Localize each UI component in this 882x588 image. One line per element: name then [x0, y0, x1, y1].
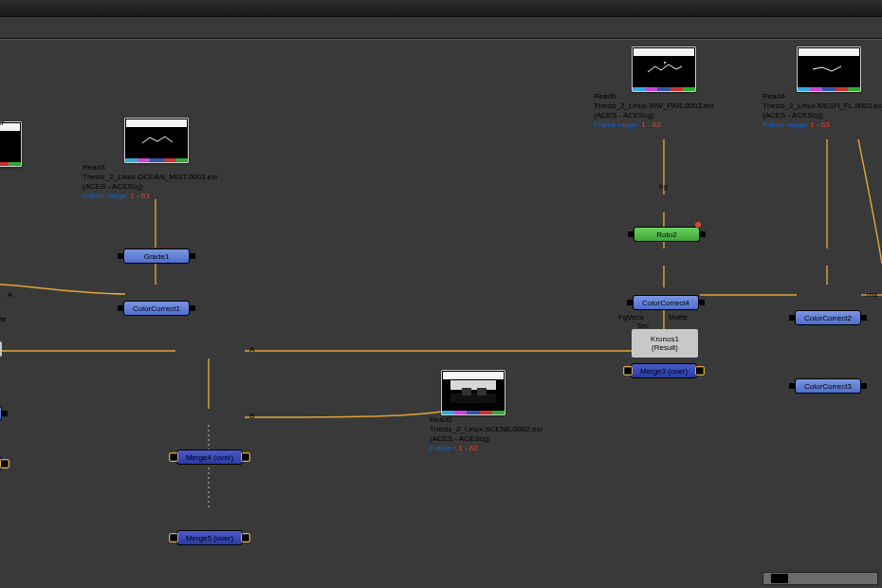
channel-color-bar: [442, 411, 505, 414]
node-label: Kronos1: [651, 335, 679, 343]
port-right[interactable]: [2, 461, 8, 467]
node-label: ColorCorrect1: [133, 304, 180, 313]
merge5-node[interactable]: Merge5 (over): [176, 530, 243, 545]
read-node-read3[interactable]: Read3 Thesis_2_Linux.OCEAN_MIST.0003.exr…: [124, 118, 189, 163]
colorcorrect3-node[interactable]: ColorCorrect3: [795, 378, 861, 394]
port-label-right: ma: [867, 290, 877, 299]
read-frame-range: 1 - 62: [458, 444, 477, 452]
port-left[interactable]: [118, 253, 123, 259]
read-frame-label: Frame range:: [763, 120, 808, 129]
port-left[interactable]: [171, 535, 176, 541]
port-right[interactable]: [243, 454, 248, 460]
grade1-node[interactable]: Grade1: [123, 248, 190, 264]
node-indicator-icon: [695, 222, 701, 228]
read-thumbnail[interactable]: [797, 46, 861, 92]
read-name: Read6: [594, 92, 714, 101]
read-label-block: Read4 Thesis_2_Linux.MESH_FL.0003.exr (A…: [763, 92, 882, 130]
roto2-node[interactable]: Roto2: [634, 227, 700, 242]
channel-color-bar: [0, 162, 21, 166]
node-label: Merge4 (over): [186, 453, 233, 462]
svg-point-0: [664, 62, 666, 64]
channel-color-bar: [798, 87, 860, 91]
port-right[interactable]: [190, 253, 195, 259]
node-label: ColorCorrect3: [804, 382, 852, 391]
read-name: Read2: [430, 415, 542, 425]
svg-rect-1: [450, 380, 496, 390]
read-label-block: Read2 Thesis_2_Linux.SCENE.0062.exr (ACE…: [430, 415, 542, 453]
port-left[interactable]: [627, 300, 633, 305]
port-left[interactable]: [171, 454, 176, 460]
read-label-block: Thesis_2_Linux.0072.exr: [0, 119, 4, 128]
read-thumbnail[interactable]: [0, 121, 22, 167]
port-right[interactable]: [861, 383, 867, 389]
port-right[interactable]: [243, 535, 248, 541]
merge4-node[interactable]: Merge4 (over): [176, 450, 243, 465]
kronos-matte-port-label: Matte: [669, 313, 688, 322]
merge3-node[interactable]: Merge3 (over): [631, 363, 697, 378]
colorcorrect1-node[interactable]: ColorCorrect1: [123, 301, 190, 316]
node-label: ColorCorrect2: [804, 314, 852, 322]
node-label: Grade1: [144, 252, 170, 261]
read-frame-label: Frame r: [430, 444, 456, 452]
read-thumbnail[interactable]: [632, 46, 696, 92]
node-label: Roto2: [656, 230, 676, 239]
read-colorspace: (ACES - ACEScg): [430, 434, 542, 444]
read-name: Read3: [83, 163, 218, 173]
read-frame-range: 1 - 63: [130, 192, 149, 200]
read-frame-label: Frame range:: [83, 192, 128, 200]
read-label-block: Read6 Thesis_2_Linux.WW_PAR.0003.exr (AC…: [594, 92, 714, 130]
port-right[interactable]: [2, 411, 8, 416]
kronos-fgvecs-port-label: FgVecs: [618, 313, 644, 322]
channel-color-bar: [633, 87, 695, 91]
node-graph[interactable]: Thesis_2_Linux.0072.exr Read3 Thesis_2_L…: [0, 0, 882, 588]
partial-node-left-3[interactable]: [0, 341, 2, 357]
node-label: Merge5 (over): [186, 534, 233, 542]
read-filename: Thesis_2_Linux.WW_PAR.0003.exr: [594, 101, 714, 111]
merge4-a-port-label: A: [249, 345, 254, 354]
read-colorspace: (ACES - ACEScg): [83, 182, 218, 192]
partial-node-left-2[interactable]: [0, 456, 2, 471]
kronos-src-port-label: Src: [637, 322, 649, 330]
port-right[interactable]: [699, 300, 705, 305]
svg-rect-3: [462, 388, 471, 395]
read-thumbnail[interactable]: [441, 370, 505, 415]
kronos1-node[interactable]: Kronos1 (Result): [632, 329, 698, 358]
svg-rect-2: [450, 394, 496, 403]
svg-rect-4: [477, 388, 487, 395]
roto-bg-port-label: bg: [659, 182, 668, 191]
partial-a-port-label: A: [8, 290, 12, 299]
read-filename: Thesis_2_Linux.0072.exr: [0, 119, 4, 127]
read-frame-range: 1 - 63: [810, 120, 829, 129]
port-right[interactable]: [190, 305, 195, 311]
read-filename: Thesis_2_Linux.OCEAN_MIST.0003.exr: [83, 173, 218, 182]
partial-te-label: te: [0, 315, 7, 323]
minimap-thumb-icon: [771, 574, 788, 583]
read-node-read4[interactable]: Read4 Thesis_2_Linux.MESH_FL.0003.exr (A…: [797, 46, 861, 92]
read-frame-label: Frame range:: [594, 120, 639, 129]
read-label-block: Read3 Thesis_2_Linux.OCEAN_MIST.0003.exr…: [83, 163, 218, 201]
colorcorrect2-node[interactable]: ColorCorrect2: [795, 310, 861, 325]
read-node-scene[interactable]: Read2 Thesis_2_Linux.SCENE.0062.exr (ACE…: [441, 370, 505, 415]
read-colorspace: (ACES - ACEScg): [763, 111, 882, 120]
read-frame-range: 1 - 63: [641, 120, 660, 129]
channel-color-bar: [125, 158, 188, 162]
partial-node-left-1[interactable]: [0, 406, 2, 421]
read-node-read6[interactable]: Read6 Thesis_2_Linux.WW_PAR.0003.exr (AC…: [632, 46, 696, 92]
port-left[interactable]: [789, 315, 795, 321]
port-left[interactable]: [628, 231, 634, 237]
node-label: ColorCorrect4: [642, 299, 689, 307]
read-name: Read4: [763, 92, 882, 101]
colorcorrect4-node[interactable]: ColorCorrect4: [633, 295, 699, 310]
port-right[interactable]: [700, 231, 706, 237]
read-thumbnail[interactable]: [124, 118, 189, 163]
port-left[interactable]: [789, 383, 795, 389]
node-label: Merge3 (over): [640, 367, 688, 376]
merge5-b-port-label: B: [249, 412, 254, 420]
node-wires: [0, 0, 882, 588]
port-right[interactable]: [861, 315, 867, 321]
read-node-left[interactable]: Thesis_2_Linux.0072.exr: [0, 121, 22, 167]
port-right[interactable]: [697, 368, 703, 374]
port-left[interactable]: [118, 305, 123, 311]
minimap-panel[interactable]: [763, 572, 878, 585]
port-left[interactable]: [625, 368, 631, 374]
